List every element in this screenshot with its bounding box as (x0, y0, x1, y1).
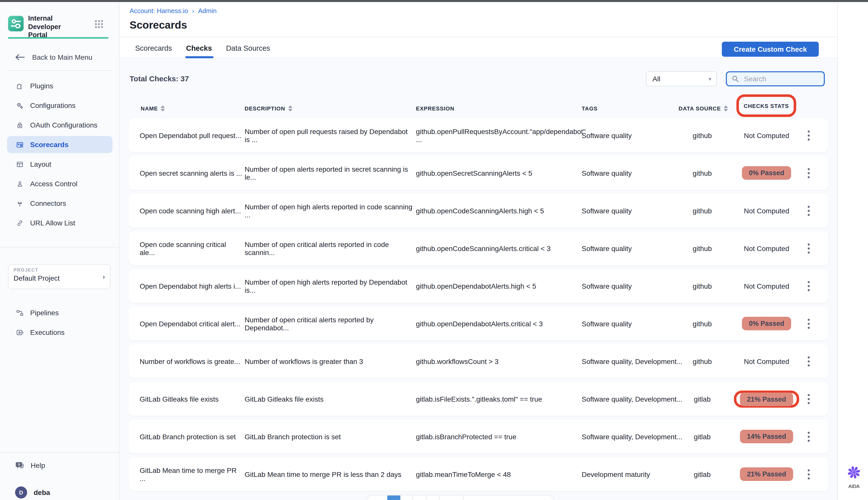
status-text: Not Computed (744, 207, 789, 215)
check-expression: github.openDependabotAlerts.high < 5 (416, 269, 579, 303)
column-header-data-source[interactable]: DATA SOURCE (673, 105, 733, 112)
check-name: Open secret scanning alerts is ... (140, 156, 243, 190)
checks-table: Open Dependabot pull request... Number o… (129, 118, 828, 495)
pagination-active-page[interactable] (387, 496, 400, 500)
table-row[interactable]: GitLab Gitleaks file exists GitLab Gitle… (129, 382, 828, 416)
user-name: deba (34, 488, 50, 497)
sidebar-item-access-control[interactable]: Access Control (7, 175, 112, 192)
gears-icon (15, 101, 24, 110)
breadcrumb: Account: Harness.io › Admin (130, 7, 216, 14)
tab-checks[interactable]: Checks (185, 43, 213, 54)
page-header (120, 2, 837, 37)
table-row[interactable]: Open code scanning critical ale... Numbe… (129, 231, 828, 265)
avatar: D (15, 487, 27, 499)
divider (7, 70, 112, 71)
kebab-menu-icon[interactable] (803, 307, 815, 340)
check-description: Number of open high alerts reported by D… (245, 269, 413, 303)
check-description: GitLab Gitleaks file exists (245, 382, 413, 416)
tab-data-sources[interactable]: Data Sources (225, 43, 271, 54)
total-checks-count: Total Checks: 37 (130, 74, 189, 83)
kebab-menu-icon[interactable] (803, 344, 815, 378)
project-label: PROJECT (13, 268, 105, 273)
project-name: Default Project (13, 274, 105, 282)
sidebar-item-plugins[interactable]: Plugins (7, 77, 112, 94)
arrow-left-icon (15, 54, 25, 61)
status-badge: 21% Passed (740, 392, 793, 406)
aida-assistant[interactable]: AIDA (844, 465, 864, 489)
status-text: Not Computed (744, 357, 789, 365)
project-selector[interactable]: PROJECT Default Project › (8, 264, 111, 289)
person-icon (15, 179, 24, 188)
kebab-menu-icon[interactable] (803, 156, 815, 190)
check-name: GitLab Mean time to merge PR ... (140, 457, 243, 491)
table-row[interactable]: Open Dependabot high alerts i... Number … (129, 269, 828, 303)
column-header-description[interactable]: DESCRIPTION (245, 105, 292, 112)
breadcrumb-admin[interactable]: Admin (198, 7, 217, 14)
check-stats: Not Computed (716, 231, 817, 265)
kebab-menu-icon[interactable] (803, 457, 815, 491)
check-description: Number of open pull requests raised by D… (245, 118, 413, 152)
sort-icon[interactable] (288, 105, 292, 112)
sort-icon[interactable] (161, 105, 165, 112)
status-badge: 0% Passed (742, 166, 791, 180)
column-header-name[interactable]: NAME (141, 105, 165, 112)
link-icon (15, 218, 24, 227)
sidebar-item-configurations[interactable]: Configurations (7, 97, 112, 114)
table-row[interactable]: GitLab Branch protection is set GitLab B… (129, 420, 828, 453)
kebab-menu-icon[interactable] (803, 420, 815, 453)
kebab-menu-icon[interactable] (803, 382, 815, 416)
kebab-menu-icon[interactable] (803, 269, 815, 303)
annotation-ring-badge: 21% Passed (734, 390, 799, 407)
breadcrumb-account[interactable]: Account: Harness.io (130, 7, 188, 14)
sidebar-item-url-allow-list[interactable]: URL Allow List (7, 214, 112, 231)
search-input[interactable] (743, 74, 815, 83)
chevron-down-icon: ▾ (709, 76, 711, 82)
chevron-right-icon: › (103, 273, 105, 281)
check-name: GitLab Branch protection is set (140, 420, 243, 453)
tab-scorecards[interactable]: Scorecards (134, 43, 173, 54)
right-rail (837, 2, 868, 500)
sidebar-item-label: Pipelines (30, 309, 59, 317)
puzzle-icon (15, 81, 24, 90)
check-stats: Not Computed (716, 344, 817, 378)
kebab-menu-icon[interactable] (803, 118, 815, 152)
kebab-menu-icon[interactable] (803, 194, 815, 227)
sidebar-item-pipelines[interactable]: Pipelines (7, 304, 112, 321)
check-expression: github.openCodeScanningAlerts.critical <… (416, 231, 579, 265)
table-row[interactable]: Open code scanning high alert... Number … (129, 194, 828, 227)
back-label: Back to Main Menu (32, 53, 92, 61)
app-grid-icon[interactable] (94, 20, 103, 29)
table-row[interactable]: Number of workflows is greate... Number … (129, 344, 828, 378)
check-stats: 14% Passed (716, 420, 817, 453)
top-chrome-bar (0, 0, 868, 2)
sidebar-item-executions[interactable]: Executions (7, 324, 112, 341)
help-button[interactable]: ? Help (15, 459, 111, 471)
sort-icon[interactable] (724, 105, 728, 112)
table-row[interactable]: Open secret scanning alerts is ... Numbe… (129, 156, 828, 190)
back-to-main-menu[interactable]: Back to Main Menu (15, 51, 111, 63)
table-row[interactable]: Open Dependabot critical alert... Number… (129, 307, 828, 340)
column-header-checks-stats: CHECKS STATS (744, 103, 789, 109)
sidebar-item-layout[interactable]: Layout (7, 156, 112, 173)
kebab-menu-icon[interactable] (803, 231, 815, 265)
user-menu[interactable]: D deba (15, 486, 111, 499)
filter-dropdown[interactable]: All ▾ (646, 71, 717, 86)
svg-text:?: ? (18, 462, 20, 467)
table-row[interactable]: Open Dependabot pull request... Number o… (129, 118, 828, 152)
sidebar-item-oauth-configurations[interactable]: OAuth Configurations (7, 116, 112, 134)
chevron-right-icon: › (192, 7, 194, 14)
sidebar-nav: Plugins Configurations OAuth Configurati… (7, 77, 112, 231)
sidebar-item-connectors[interactable]: Connectors (7, 195, 112, 212)
table-row[interactable]: GitLab Mean time to merge PR ... GitLab … (129, 457, 828, 491)
app-logo-icon (8, 15, 24, 32)
status-badge: 21% Passed (740, 467, 793, 481)
check-description: GitLab Branch protection is set (245, 420, 413, 453)
check-stats: Not Computed (716, 269, 817, 303)
app-window: Internal Developer Portal Back to Main M… (0, 0, 868, 500)
sidebar-item-scorecards[interactable]: Scorecards (7, 136, 112, 153)
sidebar-item-label: URL Allow List (30, 219, 75, 227)
check-expression: github.openDependabotAlerts.critical < 3 (416, 307, 579, 340)
check-expression: github.openSecretScanningAlerts < 5 (416, 156, 579, 190)
pagination[interactable] (367, 496, 554, 500)
create-custom-check-button[interactable]: Create Custom Check (722, 42, 819, 57)
